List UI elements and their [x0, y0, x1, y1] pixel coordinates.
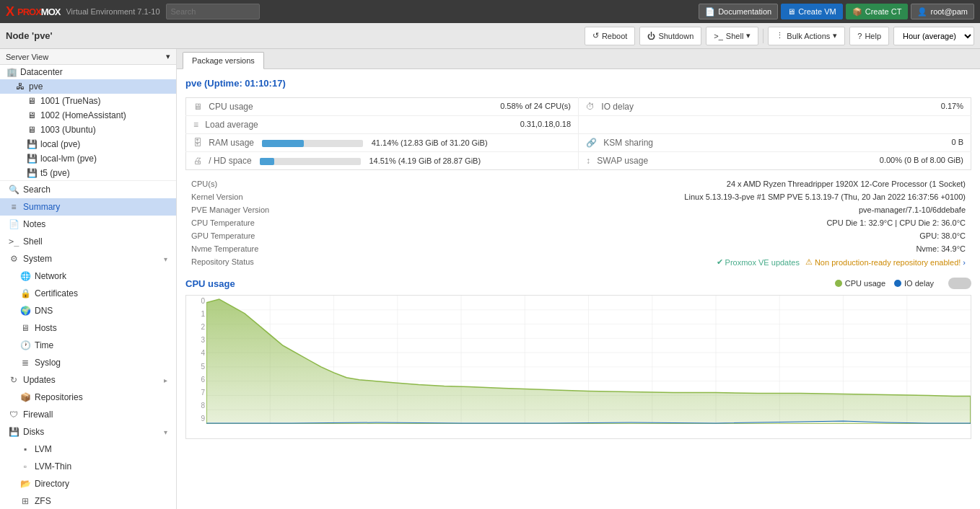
y-label-2: 2	[186, 323, 205, 331]
stat-hd: 🖨 / HD space 14.51% (4.19 GiB of 28.87 G…	[186, 152, 579, 170]
nav-search[interactable]: 🔍 Search	[0, 181, 176, 198]
cpu-value: 0.58% of 24 CPU(s)	[500, 102, 571, 110]
cpu-chart-svg	[206, 296, 971, 424]
bulk-actions-button[interactable]: ⋮ Bulk Actions	[768, 27, 845, 45]
nav-dns-label: DNS	[35, 306, 53, 316]
nav-directory[interactable]: 📂 Directory	[0, 475, 176, 492]
io-legend-dot	[894, 280, 901, 287]
stat-io: ⏱ IO delay 0.17%	[579, 98, 971, 116]
node-uptime-title: pve (Uptime: 01:10:17)	[185, 78, 971, 89]
storage-icon-local: 💾	[26, 139, 38, 149]
nav-repositories[interactable]: 📦 Repositories	[0, 389, 176, 406]
check-icon: ✔	[717, 257, 723, 267]
system-icon: ⚙	[9, 254, 19, 264]
help-icon: ?	[857, 32, 862, 40]
server-view-header[interactable]: Server View ▾	[0, 49, 176, 65]
vm-icon-1002: 🖥	[26, 110, 38, 120]
logo-x: X	[6, 4, 14, 19]
info-row-cpus: CPU(s) 24 x AMD Ryzen Threadripper 1920X…	[185, 177, 971, 190]
nav-zfs[interactable]: ⊞ ZFS	[0, 492, 176, 509]
nav-directory-label: Directory	[35, 479, 69, 489]
repo-link-icon[interactable]: ›	[963, 258, 966, 267]
sidebar-item-1001[interactable]: 🖥 1001 (TrueNas)	[0, 94, 176, 108]
info-row-cpu-temp: CPU Temperature CPU Die 1: 32.9°C | CPU …	[185, 216, 971, 229]
nav-notes[interactable]: 📄 Notes	[0, 216, 176, 233]
nav-network[interactable]: 🌐 Network	[0, 267, 176, 285]
user-button[interactable]: 👤 root@pam	[911, 4, 974, 19]
shutdown-button[interactable]: ⏻ Shutdown	[639, 27, 701, 45]
nav-shell[interactable]: >_ Shell	[0, 233, 176, 250]
nav-network-label: Network	[35, 271, 66, 281]
datacenter-icon: 🏢	[6, 67, 17, 77]
y-label-3: 3	[186, 336, 205, 344]
sidebar-item-1002[interactable]: 🖥 1002 (HomeAssistant)	[0, 108, 176, 123]
documentation-button[interactable]: 📄 Documentation	[699, 4, 778, 19]
shell-button[interactable]: >_ Shell	[706, 27, 758, 45]
y-label-5: 5	[186, 363, 205, 371]
repo-warn-text: Non production-ready repository enabled!	[815, 258, 961, 267]
nav-disks[interactable]: 💾 Disks ▾	[0, 423, 176, 441]
help-button[interactable]: ? Help	[849, 27, 889, 45]
nav-updates[interactable]: ↻ Updates ▸	[0, 371, 176, 389]
info-repo-label: Repository Status	[185, 255, 286, 269]
info-row-kernel: Kernel Version Linux 5.13.19-3-pve #1 SM…	[185, 190, 971, 203]
create-ct-button[interactable]: 📦 Create CT	[846, 4, 909, 19]
nav-firewall[interactable]: 🛡 Firewall	[0, 406, 176, 423]
doc-icon: 📄	[705, 7, 715, 17]
cpu-label: CPU usage	[209, 102, 253, 112]
repo-ok-status: ✔ Proxmox VE updates	[717, 257, 800, 267]
info-kernel-label: Kernel Version	[185, 190, 286, 203]
nav-syslog[interactable]: ≣ Syslog	[0, 354, 176, 371]
search-input[interactable]	[166, 4, 260, 19]
reboot-button[interactable]: ↺ Reboot	[585, 27, 635, 45]
nav-lvm-thin[interactable]: ▫ LVM-Thin	[0, 458, 176, 475]
chart-section: CPU usage CPU usage IO delay	[185, 278, 971, 439]
sidebar-item-datacenter[interactable]: 🏢 Datacenter	[0, 65, 176, 79]
content-area: Package versions pve (Uptime: 01:10:17) …	[177, 49, 980, 509]
stat-cpu: 🖥 CPU usage 0.58% of 24 CPU(s)	[186, 98, 579, 116]
chart-toggle[interactable]	[948, 278, 971, 289]
storage-icon-t5: 💾	[26, 168, 38, 178]
stat-ksm: 🔗 KSM sharing 0 B	[579, 134, 971, 152]
repo-icon: 📦	[20, 392, 30, 402]
info-pve-value: pve-manager/7.1-10/6ddebafe	[286, 203, 971, 216]
nav-zfs-label: ZFS	[35, 496, 51, 506]
repo-warn-status: ⚠ Non production-ready repository enable…	[805, 257, 966, 267]
time-select[interactable]: Hour (average)	[893, 27, 974, 45]
load-label: Load average	[205, 120, 258, 130]
nav-system[interactable]: ⚙ System ▾	[0, 250, 176, 267]
nav-section: 🔍 Search ≡ Summary 📄 Notes >_ Shell ⚙ Sy…	[0, 180, 176, 509]
cert-icon: 🔒	[20, 288, 30, 298]
info-row-repo-status: Repository Status ✔ Proxmox VE updates ⚠…	[185, 255, 971, 269]
create-vm-button[interactable]: 🖥 Create VM	[781, 4, 843, 19]
nav-certificates[interactable]: 🔒 Certificates	[0, 285, 176, 302]
nav-summary-label: Summary	[23, 202, 60, 212]
info-row-pve-version: PVE Manager Version pve-manager/7.1-10/6…	[185, 203, 971, 216]
proxmox-icon: PROXMOX	[17, 6, 60, 17]
ram-value: 41.14% (12.83 GiB of 31.20 GiB)	[372, 138, 488, 147]
ram-label: RAM usage	[209, 138, 254, 148]
ram-icon: 🗄	[193, 138, 202, 148]
nav-dns[interactable]: 🌍 DNS	[0, 302, 176, 319]
io-icon: ⏱	[586, 102, 595, 112]
nav-repos-label: Repositories	[35, 392, 83, 402]
ram-progress-fill	[262, 140, 304, 147]
nav-summary[interactable]: ≡ Summary	[0, 198, 176, 216]
sidebar-item-t5[interactable]: 💾 t5 (pve)	[0, 166, 176, 180]
nav-time[interactable]: 🕐 Time	[0, 337, 176, 354]
app-title: Virtual Environment 7.1-10	[66, 7, 159, 16]
info-nvme-value: Nvme: 34.9°C	[286, 242, 971, 255]
tab-package-versions[interactable]: Package versions	[183, 52, 264, 69]
sidebar-item-pve[interactable]: 🖧 pve	[0, 79, 176, 94]
node-local-label: local (pve)	[40, 139, 80, 149]
hosts-icon: 🖥	[20, 323, 30, 333]
y-label-7: 7	[186, 389, 205, 397]
nav-lvm[interactable]: ▪ LVM	[0, 441, 176, 458]
nav-shell-label: Shell	[23, 236, 43, 247]
sidebar-item-1003[interactable]: 🖥 1003 (Ubuntu)	[0, 123, 176, 137]
search-icon: 🔍	[9, 185, 19, 195]
summary-icon: ≡	[9, 202, 19, 212]
sidebar-item-local-lvm[interactable]: 💾 local-lvm (pve)	[0, 151, 176, 166]
sidebar-item-local-pve[interactable]: 💾 local (pve)	[0, 137, 176, 151]
nav-hosts[interactable]: 🖥 Hosts	[0, 319, 176, 337]
